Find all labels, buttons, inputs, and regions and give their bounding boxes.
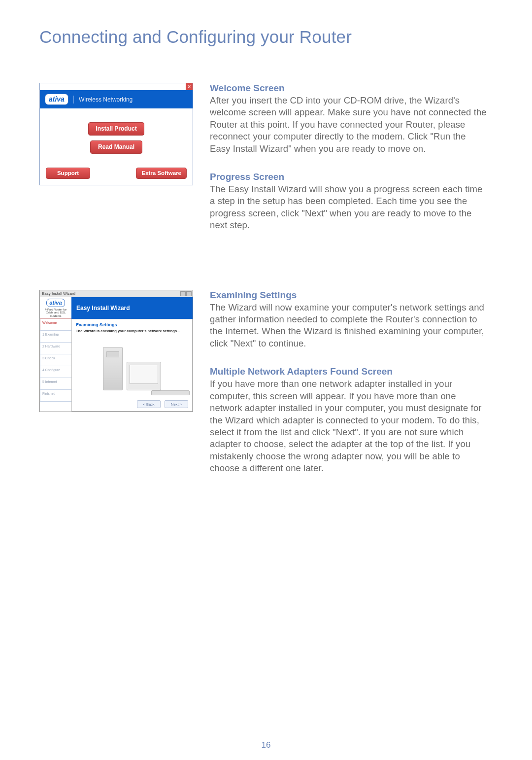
row-examining: Easy Install Wizard ativa 4-Port Router … [39, 290, 493, 475]
window-controls [180, 291, 192, 296]
row-welcome: × ativa Wireless Networking Install Prod… [39, 83, 493, 232]
wizard-step-list: Welcome 1 Examine 2 Hardware 3 Check 4 C… [40, 319, 71, 412]
wizard-title: Easy Install Wizard [71, 305, 130, 311]
window-subtitle: Wireless Networking [73, 96, 133, 104]
screenshot-easy-install-wizard: Easy Install Wizard ativa 4-Port Router … [39, 290, 193, 413]
close-icon[interactable] [186, 291, 192, 296]
wizard-step[interactable]: 4 Configure [40, 366, 71, 378]
wizard-content-message: The Wizard is checking your computer's n… [76, 329, 188, 333]
monitor-icon [127, 362, 161, 390]
section-progress-screen: Progress Screen The Easy Install Wizard … [210, 172, 488, 232]
wizard-step[interactable]: 3 Check [40, 354, 71, 366]
section-welcome-screen: Welcome Screen After you insert the CD i… [210, 83, 488, 155]
wizard-step[interactable]: Welcome [40, 318, 71, 331]
back-button[interactable]: < Back [137, 400, 161, 408]
wizard-step[interactable]: Finished [40, 389, 71, 402]
section-body: The Wizard will now examine your compute… [210, 302, 488, 350]
wizard-content-heading: Examining Settings [76, 322, 188, 327]
wizard-step[interactable]: 5 Internet [40, 378, 71, 390]
wizard-step[interactable]: 2 Hardware [40, 342, 71, 354]
wizard-content-pane: Examining Settings The Wizard is checkin… [71, 319, 193, 412]
brand-logo: ativa [45, 94, 68, 105]
product-subtext: 4-Port Router for Cable and DSL modems [42, 308, 69, 318]
screenshot-welcome-window: × ativa Wireless Networking Install Prod… [39, 83, 193, 185]
wizard-step[interactable]: 1 Examine [40, 330, 71, 343]
section-multiple-adapters: Multiple Network Adapters Found Screen I… [210, 366, 488, 474]
window-titlebar: × [40, 83, 193, 90]
section-heading: Welcome Screen [210, 83, 488, 94]
section-heading: Examining Settings [210, 290, 488, 301]
pc-tower-icon [103, 347, 123, 390]
minimize-icon[interactable] [180, 291, 186, 296]
brand-logo: ativa [46, 299, 65, 307]
section-body: The Easy Install Wizard will show you a … [210, 183, 488, 232]
read-manual-button[interactable]: Read Manual [90, 140, 142, 154]
section-body: If you have more than one network adapte… [210, 378, 488, 474]
keyboard-icon [151, 390, 190, 395]
window-title-text: Easy Install Wizard [42, 291, 75, 296]
support-button[interactable]: Support [46, 168, 90, 179]
close-icon[interactable]: × [186, 83, 193, 90]
page-number: 16 [0, 740, 532, 750]
install-product-button[interactable]: Install Product [88, 122, 144, 136]
next-button[interactable]: Next > [165, 400, 188, 408]
computer-illustration [98, 341, 166, 390]
section-examining-settings: Examining Settings The Wizard will now e… [210, 290, 488, 350]
extra-software-button[interactable]: Extra Software [136, 168, 187, 179]
section-body: After you insert the CD into your CD-ROM… [210, 95, 488, 155]
page-title: Connecting and Configuring your Router [39, 27, 493, 52]
section-heading: Multiple Network Adapters Found Screen [210, 366, 488, 377]
window-titlebar: Easy Install Wizard [40, 290, 193, 297]
section-heading: Progress Screen [210, 172, 488, 182]
